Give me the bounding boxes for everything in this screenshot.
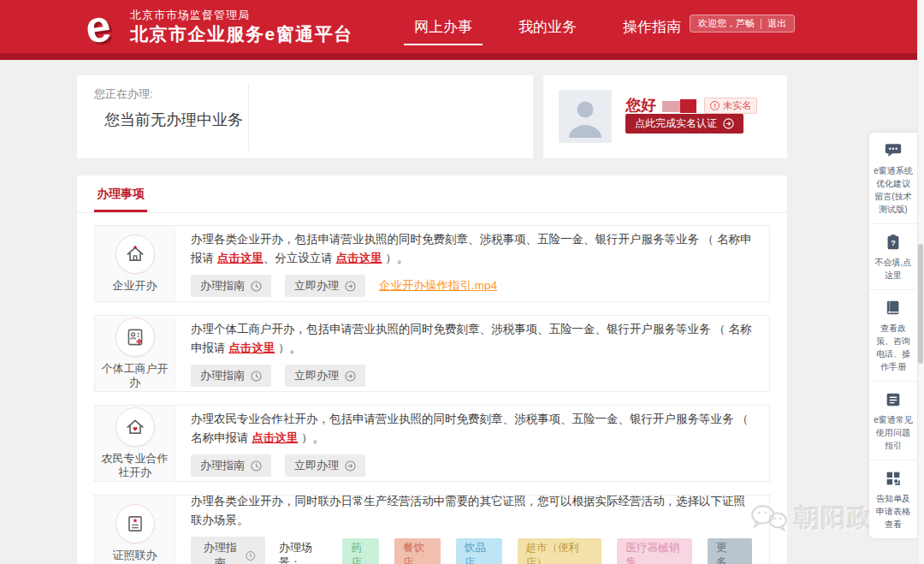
tag-pharmacy[interactable]: 药店 bbox=[342, 538, 379, 564]
card-actions: 办理指南 立即办理 bbox=[191, 454, 754, 477]
apply-now-button[interactable]: 立即办理 bbox=[285, 454, 365, 477]
guide-button[interactable]: 办理指南 bbox=[191, 537, 265, 564]
scrollbar-track bbox=[917, 0, 924, 564]
card-title: 企业开办 bbox=[109, 279, 162, 293]
main-nav: 网上办事 我的业务 操作指南 bbox=[402, 0, 693, 53]
divider bbox=[761, 19, 761, 29]
exclamation-circle-icon: ! bbox=[710, 101, 720, 110]
desc-text: 、分立设立请 bbox=[264, 252, 336, 264]
card-body: 办理各类企业开办，同时联办日常生产经营活动中需要的其它证照，您可以根据实际经营活… bbox=[175, 496, 769, 564]
arrow-circle-icon bbox=[345, 281, 356, 292]
tag-drink-shop[interactable]: 饮品店 bbox=[456, 538, 502, 564]
side-item-feedback[interactable]: e窗通系统优化建议留言(技术测试版) bbox=[869, 133, 917, 224]
guide-button-label: 办理指南 bbox=[200, 278, 245, 294]
org-name: 北京市市场监督管理局 bbox=[130, 8, 250, 23]
card-enterprise-setup: 企业开办 办理各类企业开办，包括申请营业执照的同时免费刻章、涉税事项、五险一金、… bbox=[94, 225, 770, 302]
header-bottom-strip bbox=[0, 53, 917, 60]
card-title: 证照联办 bbox=[109, 549, 162, 562]
click-here-link[interactable]: 点击这里 bbox=[217, 252, 264, 264]
card-title: 农民专业合作社开办 bbox=[95, 452, 175, 480]
guide-button[interactable]: 办理指南 bbox=[191, 454, 271, 477]
side-item-policy[interactable]: 查看政策、咨询电话、操作手册 bbox=[869, 290, 917, 382]
apply-button-label: 立即办理 bbox=[294, 458, 339, 473]
page: e 北京市市场监督管理局 北京市企业服务e窗通平台 网上办事 我的业务 操作指南… bbox=[0, 0, 924, 564]
scene-label: 办理场景： bbox=[279, 540, 329, 564]
card-description: 办理农民专业合作社开办，包括申请营业执照的同时免费刻章、涉税事项、五险一金、银行… bbox=[191, 410, 754, 448]
tag-medical-device[interactable]: 医疗器械销售 bbox=[617, 538, 692, 564]
guide-button-label: 办理指南 bbox=[200, 368, 245, 383]
apply-button-label: 立即办理 bbox=[294, 368, 339, 383]
side-item-help-fill[interactable]: ? 不会填,点这里 bbox=[869, 224, 917, 290]
tag-restaurant[interactable]: 餐饮店 bbox=[394, 538, 441, 564]
book-icon bbox=[884, 299, 903, 318]
card-list: 企业开办 办理各类企业开办，包括申请营业执照的同时免费刻章、涉税事项、五险一金、… bbox=[94, 225, 770, 564]
desc-text: ）。 bbox=[275, 341, 301, 354]
nav-item-online-services[interactable]: 网上办事 bbox=[402, 0, 484, 53]
card-description: 办理个体工商户开办，包括申请营业执照的同时免费刻章、涉税事项、五险一金、银行开户… bbox=[191, 320, 754, 359]
document-lines-icon bbox=[884, 390, 903, 409]
house-heart-icon bbox=[116, 407, 155, 447]
desc-text: 办理各类企业开办，同时联办日常生产经营活动中需要的其它证照，您可以根据实际经营活… bbox=[191, 495, 745, 526]
divider bbox=[77, 212, 787, 213]
id-card-gear-icon bbox=[116, 318, 155, 357]
svg-text:?: ? bbox=[891, 239, 896, 247]
grid-icon bbox=[884, 469, 903, 488]
logo-letter: e bbox=[82, 3, 113, 50]
guide-button-label: 办理指南 bbox=[200, 540, 240, 564]
card-icon-col: 企业开办 bbox=[95, 226, 175, 301]
clock-circle-icon bbox=[246, 550, 256, 561]
welcome-text: 欢迎您，芦畅 bbox=[698, 17, 755, 30]
redacted-name bbox=[662, 101, 680, 112]
click-here-link[interactable]: 点击这里 bbox=[228, 341, 275, 354]
click-here-link[interactable]: 点击这里 bbox=[252, 431, 298, 444]
card-individual-business: 个体工商户开办 办理个体工商户开办，包括申请营业执照的同时免费刻章、涉税事项、五… bbox=[94, 315, 770, 392]
clock-circle-icon bbox=[251, 281, 262, 292]
platform-logo-icon: e bbox=[74, 2, 121, 51]
side-item-label: 告知单及申请表格查看 bbox=[873, 492, 914, 531]
certificate-icon bbox=[116, 504, 155, 543]
guide-button-label: 办理指南 bbox=[200, 458, 245, 473]
status-badge-label: 未实名 bbox=[723, 99, 751, 112]
redacted-name bbox=[680, 99, 696, 113]
card-body: 办理各类企业开办，包括申请营业执照的同时免费刻章、涉税事项、五险一金、银行开户服… bbox=[175, 226, 769, 301]
card-joint-licensing: 证照联办 办理各类企业开办，同时联办日常生产经营活动中需要的其它证照，您可以根据… bbox=[94, 495, 770, 564]
apply-now-button[interactable]: 立即办理 bbox=[285, 275, 365, 297]
clock-circle-icon bbox=[251, 371, 262, 382]
page-title: 北京市企业服务e窗通平台 bbox=[130, 22, 353, 46]
nav-item-my-business[interactable]: 我的业务 bbox=[506, 0, 589, 53]
side-item-label: e窗通系统优化建议留言(技术测试版) bbox=[873, 164, 914, 216]
desc-text: ）。 bbox=[382, 252, 409, 264]
side-item-label: 不会填,点这里 bbox=[873, 256, 914, 282]
logout-button[interactable]: 退出 bbox=[767, 17, 786, 30]
card-actions: 办理指南 立即办理 bbox=[191, 275, 754, 297]
tab-business-items[interactable]: 办理事项 bbox=[94, 187, 147, 212]
ongoing-label: 您正在办理: bbox=[94, 86, 153, 102]
guide-button[interactable]: 办理指南 bbox=[191, 275, 271, 297]
arrow-circle-icon bbox=[723, 118, 734, 129]
card-body: 办理农民专业合作社开办，包括申请营业执照的同时免费刻章、涉税事项、五险一金、银行… bbox=[175, 406, 769, 481]
side-item-label: e窗通常见使用问题指引 bbox=[873, 413, 914, 452]
house-icon bbox=[116, 235, 155, 274]
arrow-circle-icon bbox=[345, 460, 356, 472]
tag-supermarket[interactable]: 超市（便利店） bbox=[518, 538, 602, 564]
tag-more[interactable]: 更多... bbox=[708, 538, 752, 564]
side-item-label: 查看政策、咨询电话、操作手册 bbox=[873, 322, 914, 373]
side-item-forms[interactable]: 告知单及申请表格查看 bbox=[869, 460, 917, 538]
verify-identity-button[interactable]: 点此完成实名认证 bbox=[625, 114, 743, 134]
guide-button[interactable]: 办理指南 bbox=[191, 365, 271, 387]
card-icon-col: 证照联办 bbox=[95, 496, 175, 564]
card-farmer-cooperative: 农民专业合作社开办 办理农民专业合作社开办，包括申请营业执照的同时免费刻章、涉税… bbox=[94, 405, 770, 482]
arrow-circle-icon bbox=[345, 371, 356, 382]
card-description: 办理各类企业开办，同时联办日常生产经营活动中需要的其它证照，您可以根据实际经营活… bbox=[191, 492, 754, 531]
ongoing-business-panel: 您正在办理: 您当前无办理中业务 bbox=[77, 75, 533, 158]
apply-now-button[interactable]: 立即办理 bbox=[285, 365, 365, 387]
main-panel: 办理事项 企业开办 bbox=[77, 175, 787, 564]
video-guide-link[interactable]: 企业开办操作指引.mp4 bbox=[379, 278, 497, 294]
card-description: 办理各类企业开办，包括申请营业执照的同时免费刻章、涉税事项、五险一金、银行开户服… bbox=[191, 230, 754, 269]
side-item-faq[interactable]: e窗通常见使用问题指引 bbox=[869, 382, 917, 460]
card-icon-col: 个体工商户开办 bbox=[95, 316, 175, 391]
card-actions: 办理指南 立即办理 bbox=[191, 365, 754, 387]
scrollbar-thumb[interactable] bbox=[918, 244, 923, 364]
click-here-link[interactable]: 点击这里 bbox=[336, 252, 382, 264]
nav-item-guide[interactable]: 操作指南 bbox=[611, 0, 693, 53]
